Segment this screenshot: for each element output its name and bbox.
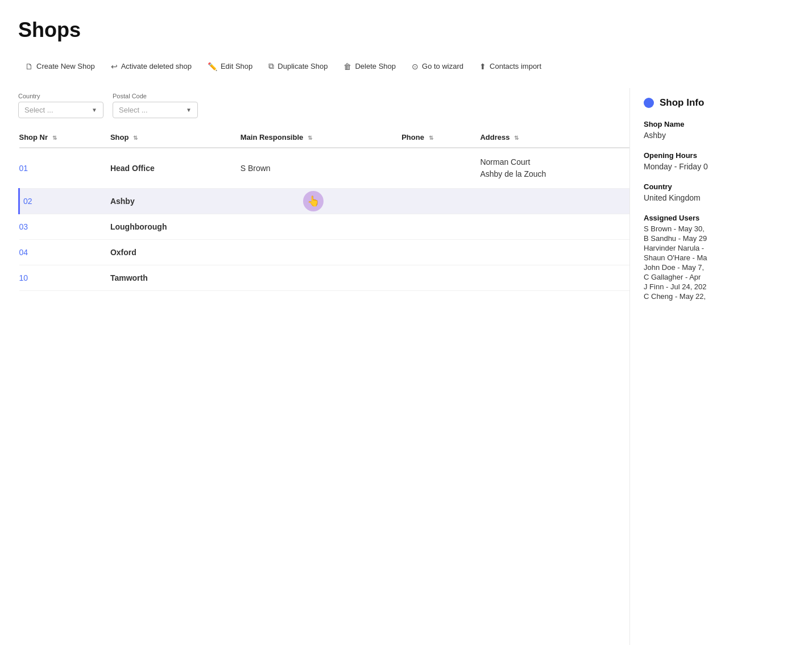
- wizard-icon: ⊙: [412, 62, 419, 71]
- shop-name-cell: Head Office: [110, 148, 241, 189]
- contacts-import-icon: ⬆: [479, 62, 486, 71]
- create-new-shop-button[interactable]: 🗋 Create New Shop: [18, 59, 102, 74]
- assigned-users-section: Assigned Users S Brown - May 30,B Sandhu…: [644, 214, 798, 301]
- assigned-user-item: S Brown - May 30,: [644, 224, 798, 233]
- table-row[interactable]: 02 Ashby 👆: [19, 189, 630, 214]
- col-address: Address ⇅: [480, 127, 629, 148]
- assigned-users-label: Assigned Users: [644, 214, 798, 222]
- address-cell: [480, 189, 629, 214]
- shop-nr-cell: 10: [19, 265, 110, 291]
- shop-nr-cell: 04: [19, 240, 110, 265]
- opening-hours-label: Opening Hours: [644, 151, 798, 160]
- duplicate-shop-icon: ⧉: [268, 61, 274, 71]
- sort-phone-icon: ⇅: [429, 135, 433, 141]
- address-cell: [480, 265, 629, 291]
- duplicate-shop-button[interactable]: ⧉ Duplicate Shop: [262, 58, 334, 74]
- col-shop-nr: Shop Nr ⇅: [19, 127, 110, 148]
- main-responsible-cell: S Brown: [241, 148, 401, 189]
- country-filter-group: Country Select ... ▼: [18, 93, 103, 118]
- assigned-user-item: Shaun O'Hare - Ma: [644, 253, 798, 262]
- phone-cell: [401, 265, 480, 291]
- page-title: Shops: [18, 18, 794, 42]
- delete-shop-icon: 🗑: [343, 62, 351, 71]
- shop-name-cell: Tamworth: [110, 265, 241, 291]
- address-cell: [480, 214, 629, 240]
- cursor-hand-icon: 👆: [307, 195, 320, 207]
- assigned-user-item: C Cheng - May 22,: [644, 292, 798, 301]
- filters-row: Country Select ... ▼ Postal Code Select …: [18, 88, 629, 118]
- sort-shop-icon: ⇅: [133, 135, 138, 141]
- main-responsible-cell: 👆: [241, 189, 401, 214]
- postal-code-chevron-icon: ▼: [186, 107, 192, 113]
- delete-shop-button[interactable]: 🗑 Delete Shop: [337, 59, 403, 74]
- phone-cell: [401, 214, 480, 240]
- postal-code-filter-label: Postal Code: [113, 93, 198, 99]
- table-row[interactable]: 10 Tamworth: [19, 265, 630, 291]
- shops-table-wrapper: Shop Nr ⇅ Shop ⇅ Main Responsible ⇅: [18, 127, 629, 291]
- table-row[interactable]: 03 Loughborough: [19, 214, 630, 240]
- phone-cell: [401, 240, 480, 265]
- sort-responsible-icon: ⇅: [308, 135, 312, 141]
- main-responsible-cell: [241, 240, 401, 265]
- assigned-user-item: B Sandhu - May 29: [644, 234, 798, 243]
- shop-name-cell: Oxford: [110, 240, 241, 265]
- sort-shop-nr-icon: ⇅: [52, 135, 57, 141]
- col-phone: Phone ⇅: [401, 127, 480, 148]
- postal-code-filter-value: Select ...: [119, 106, 148, 114]
- shop-name-label: Shop Name: [644, 120, 798, 128]
- side-panel: Shop Info Shop Name Ashby Opening Hours …: [630, 88, 812, 645]
- shops-table: Shop Nr ⇅ Shop ⇅ Main Responsible ⇅: [18, 127, 629, 291]
- country-value: United Kingdom: [644, 193, 798, 202]
- country-filter-label: Country: [18, 93, 103, 99]
- shop-info-header: Shop Info: [644, 88, 798, 120]
- postal-code-filter-group: Postal Code Select ... ▼: [113, 93, 198, 118]
- postal-code-filter-select[interactable]: Select ... ▼: [113, 102, 198, 118]
- table-header-row: Shop Nr ⇅ Shop ⇅ Main Responsible ⇅: [19, 127, 630, 148]
- create-shop-icon: 🗋: [25, 62, 33, 71]
- col-main-responsible: Main Responsible ⇅: [241, 127, 401, 148]
- assigned-user-item: John Doe - May 7,: [644, 263, 798, 272]
- country-label: Country: [644, 182, 798, 191]
- main-responsible-cell: [241, 214, 401, 240]
- country-filter-value: Select ...: [24, 106, 53, 114]
- shop-name-value: Ashby: [644, 131, 798, 140]
- table-row[interactable]: 04 Oxford: [19, 240, 630, 265]
- shop-info-dot: [644, 98, 654, 108]
- sort-address-icon: ⇅: [514, 135, 519, 141]
- toolbar: 🗋 Create New Shop ↩ Activate deleted sho…: [18, 58, 794, 74]
- go-to-wizard-button[interactable]: ⊙ Go to wizard: [405, 59, 470, 74]
- phone-cell: [401, 189, 480, 214]
- edit-shop-icon: ✏️: [208, 62, 217, 71]
- shop-name-cell: Loughborough: [110, 214, 241, 240]
- activate-shop-icon: ↩: [111, 62, 118, 71]
- shop-name-cell: Ashby: [110, 189, 241, 214]
- assigned-user-item: C Gallagher - Apr: [644, 273, 798, 281]
- opening-hours-section: Opening Hours Monday - Friday 0: [644, 151, 798, 171]
- cursor-overlay: 👆: [303, 191, 324, 211]
- shop-nr-cell: 03: [19, 214, 110, 240]
- phone-cell: [401, 148, 480, 189]
- shop-nr-cell: 02: [19, 189, 110, 214]
- shop-nr-cell: 01: [19, 148, 110, 189]
- country-section: Country United Kingdom: [644, 182, 798, 202]
- address-cell: Norman Court Ashby de la Zouch: [480, 148, 629, 189]
- edit-shop-button[interactable]: ✏️ Edit Shop: [201, 59, 259, 74]
- country-chevron-icon: ▼: [92, 107, 97, 113]
- opening-hours-value: Monday - Friday 0: [644, 162, 798, 171]
- shop-info-label: Shop Info: [660, 97, 704, 109]
- contacts-import-button[interactable]: ⬆ Contacts import: [473, 59, 548, 74]
- activate-deleted-shop-button[interactable]: ↩ Activate deleted shop: [104, 59, 198, 74]
- country-filter-select[interactable]: Select ... ▼: [18, 102, 103, 118]
- table-row[interactable]: 01 Head Office S Brown Norman Court Ashb…: [19, 148, 630, 189]
- shop-name-section: Shop Name Ashby: [644, 120, 798, 140]
- col-shop: Shop ⇅: [110, 127, 241, 148]
- assigned-user-item: Harvinder Narula -: [644, 244, 798, 252]
- main-responsible-cell: [241, 265, 401, 291]
- address-cell: [480, 240, 629, 265]
- assigned-user-item: J Finn - Jul 24, 202: [644, 282, 798, 291]
- assigned-users-list: S Brown - May 30,B Sandhu - May 29Harvin…: [644, 224, 798, 301]
